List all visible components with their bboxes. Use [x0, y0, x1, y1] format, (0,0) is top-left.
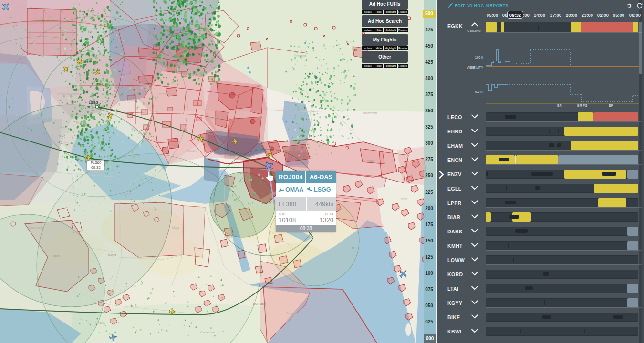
svg-text:Deutschland: Deutschland: [157, 92, 175, 96]
svg-text:Somalia: Somalia: [286, 312, 298, 315]
svg-text:FL360: FL360: [91, 161, 102, 165]
svg-text:Georgia: Georgia: [258, 140, 269, 144]
svg-text:Cameroun: Cameroun: [200, 331, 215, 334]
svg-text:Россия: Россия: [296, 54, 306, 58]
svg-text:Egypt: Egypt: [224, 235, 232, 239]
svg-text:Mali: Mali: [53, 254, 60, 258]
svg-text:Ghana: Ghana: [95, 321, 105, 324]
svg-text:Tchad: Tchad: [147, 255, 156, 259]
svg-text:United Kingdom: United Kingdom: [57, 92, 79, 96]
svg-text:Goa: Goa: [391, 264, 397, 267]
svg-text:09:32: 09:32: [91, 165, 101, 170]
svg-text:Казахстан: Казахстан: [363, 111, 377, 115]
svg-text:Ελλάδα: Ελλάδα: [186, 150, 197, 153]
svg-text:France: France: [76, 121, 86, 124]
svg-text:India: India: [401, 197, 407, 201]
svg-text:LSGG: LSGG: [89, 101, 98, 104]
svg-text:Italia: Italia: [129, 154, 135, 158]
svg-text:Украина: Украина: [210, 116, 222, 120]
svg-text:Niger: Niger: [108, 253, 116, 257]
svg-text:Iran: Iran: [367, 159, 374, 163]
svg-text:Mauritania: Mauritania: [29, 226, 43, 229]
svg-text:Libya: Libya: [172, 226, 179, 230]
svg-text:Somalia: Somalia: [253, 302, 266, 306]
svg-text:Alger: Alger: [124, 192, 132, 196]
svg-text:Türkiye: Türkiye: [224, 154, 236, 158]
